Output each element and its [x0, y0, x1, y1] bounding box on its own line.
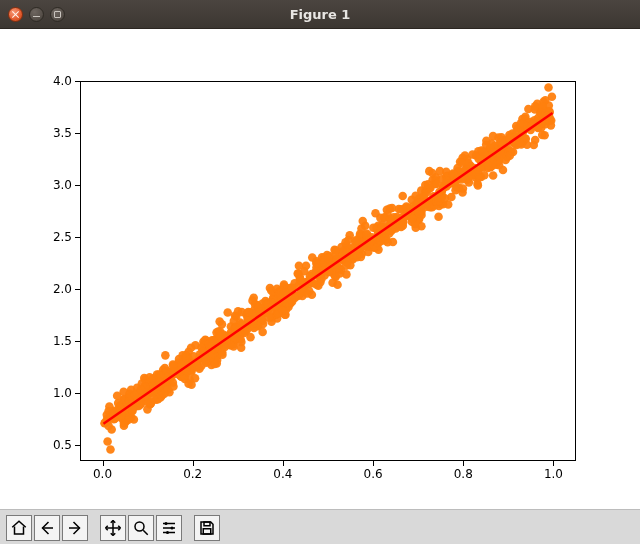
ytick-label: 2.5	[46, 230, 72, 244]
ytick-label: 1.5	[46, 334, 72, 348]
ytick-label: 3.0	[46, 178, 72, 192]
xtick-mark	[193, 461, 194, 466]
window-titlebar: Figure 1	[0, 0, 640, 29]
arrow-left-icon	[38, 519, 56, 537]
zoom-button[interactable]	[128, 515, 154, 541]
ytick-label: 1.0	[46, 386, 72, 400]
home-button[interactable]	[6, 515, 32, 541]
ytick-mark	[75, 133, 80, 134]
xtick-label: 0.8	[454, 467, 473, 481]
ytick-mark	[75, 289, 80, 290]
ytick-mark	[75, 393, 80, 394]
configure-button[interactable]	[156, 515, 182, 541]
move-icon	[104, 519, 122, 537]
svg-point-1003	[171, 526, 174, 529]
fit-line	[81, 82, 575, 460]
maximize-icon[interactable]	[50, 7, 65, 22]
ytick-label: 4.0	[46, 74, 72, 88]
ytick-label: 3.5	[46, 126, 72, 140]
svg-rect-1005	[204, 522, 210, 526]
magnify-icon	[132, 519, 150, 537]
ytick-mark	[75, 341, 80, 342]
svg-point-1002	[165, 522, 168, 525]
back-button[interactable]	[34, 515, 60, 541]
matplotlib-toolbar	[0, 509, 640, 544]
xtick-label: 0.4	[273, 467, 292, 481]
sliders-icon	[160, 519, 178, 537]
ytick-mark	[75, 445, 80, 446]
svg-line-1000	[103, 113, 552, 424]
pan-button[interactable]	[100, 515, 126, 541]
xtick-mark	[103, 461, 104, 466]
plot-axes	[80, 81, 576, 461]
ytick-label: 2.0	[46, 282, 72, 296]
ytick-mark	[75, 237, 80, 238]
xtick-mark	[373, 461, 374, 466]
save-button[interactable]	[194, 515, 220, 541]
xtick-label: 0.6	[364, 467, 383, 481]
svg-point-1001	[135, 522, 144, 531]
svg-rect-1006	[203, 528, 211, 533]
svg-point-1004	[166, 531, 169, 534]
minimize-icon[interactable]	[29, 7, 44, 22]
xtick-label: 1.0	[544, 467, 563, 481]
xtick-mark	[463, 461, 464, 466]
xtick-mark	[553, 461, 554, 466]
forward-button[interactable]	[62, 515, 88, 541]
xtick-label: 0.2	[183, 467, 202, 481]
close-icon[interactable]	[8, 7, 23, 22]
xtick-label: 0.0	[93, 467, 112, 481]
figure-canvas: 0.00.20.40.60.81.00.51.01.52.02.53.03.54…	[0, 29, 640, 509]
window-title: Figure 1	[0, 7, 640, 22]
arrow-right-icon	[66, 519, 84, 537]
ytick-label: 0.5	[46, 438, 72, 452]
save-icon	[198, 519, 216, 537]
ytick-mark	[75, 185, 80, 186]
home-icon	[10, 519, 28, 537]
xtick-mark	[283, 461, 284, 466]
ytick-mark	[75, 81, 80, 82]
